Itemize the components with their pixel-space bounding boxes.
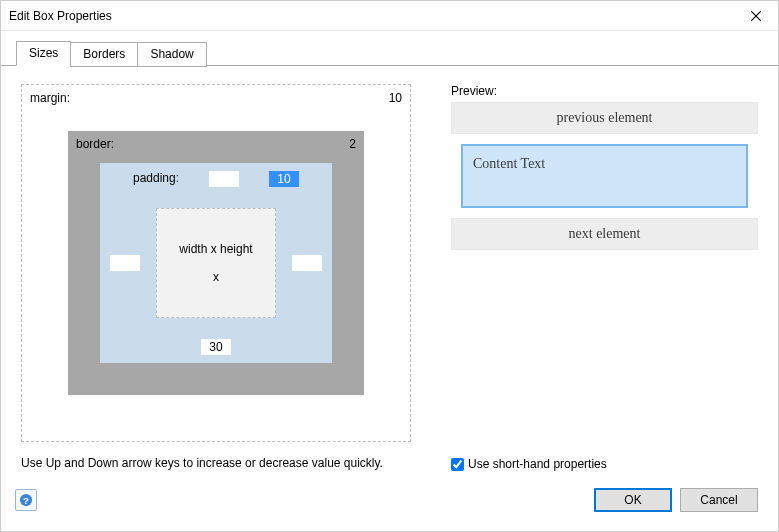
help-icon: ? bbox=[19, 493, 33, 507]
window-title: Edit Box Properties bbox=[9, 9, 734, 23]
tab-shadow[interactable]: Shadow bbox=[137, 42, 206, 67]
border-label: border: bbox=[76, 137, 114, 151]
help-button[interactable]: ? bbox=[15, 489, 37, 511]
tab-strip: Sizes Borders Shadow bbox=[1, 31, 778, 66]
preview-label: Preview: bbox=[451, 84, 758, 98]
left-panel: margin: 10 border: 2 padding: 10 bbox=[21, 84, 421, 471]
shorthand-label[interactable]: Use short-hand properties bbox=[468, 457, 607, 471]
padding-right-input[interactable] bbox=[292, 255, 322, 271]
padding-box[interactable]: padding: 10 30 width x height x bbox=[100, 163, 332, 363]
hint-text: Use Up and Down arrow keys to increase o… bbox=[21, 456, 421, 470]
preview-next-element: next element bbox=[451, 218, 758, 250]
border-top-value[interactable]: 2 bbox=[349, 137, 356, 151]
shorthand-row: Use short-hand properties bbox=[451, 451, 758, 471]
padding-left-input[interactable] bbox=[110, 255, 140, 271]
box-model-editor: margin: 10 border: 2 padding: 10 bbox=[21, 84, 411, 442]
tab-borders[interactable]: Borders bbox=[70, 42, 138, 67]
padding-top-input[interactable]: 10 bbox=[269, 171, 299, 187]
content-size-label: width x height bbox=[179, 242, 252, 256]
margin-box[interactable]: margin: 10 border: 2 padding: 10 bbox=[21, 84, 411, 442]
titlebar: Edit Box Properties bbox=[1, 1, 778, 31]
preview-previous-element: previous element bbox=[451, 102, 758, 134]
ok-button[interactable]: OK bbox=[594, 488, 672, 512]
content-x: x bbox=[213, 270, 219, 284]
margin-label: margin: bbox=[30, 91, 70, 105]
close-button[interactable] bbox=[734, 1, 778, 31]
dialog-window: Edit Box Properties Sizes Borders Shadow… bbox=[0, 0, 779, 532]
close-icon bbox=[751, 11, 761, 21]
padding-top-input-blank[interactable] bbox=[209, 171, 239, 187]
padding-bottom-input[interactable]: 30 bbox=[201, 339, 231, 355]
dialog-body: margin: 10 border: 2 padding: 10 bbox=[1, 66, 778, 483]
margin-top-value[interactable]: 10 bbox=[389, 91, 402, 105]
tab-sizes[interactable]: Sizes bbox=[16, 41, 71, 66]
right-panel: Preview: previous element Content Text n… bbox=[451, 84, 758, 471]
content-box[interactable]: width x height x bbox=[156, 208, 276, 318]
svg-text:?: ? bbox=[23, 495, 29, 506]
preview-panel: previous element Content Text next eleme… bbox=[451, 102, 758, 250]
cancel-button[interactable]: Cancel bbox=[680, 488, 758, 512]
preview-content-element: Content Text bbox=[461, 144, 748, 208]
shorthand-checkbox[interactable] bbox=[451, 458, 464, 471]
padding-label: padding: bbox=[133, 171, 179, 187]
dialog-footer: ? OK Cancel bbox=[1, 483, 778, 531]
padding-top-row: padding: 10 bbox=[133, 171, 299, 187]
border-box[interactable]: border: 2 padding: 10 30 bbox=[68, 131, 364, 395]
